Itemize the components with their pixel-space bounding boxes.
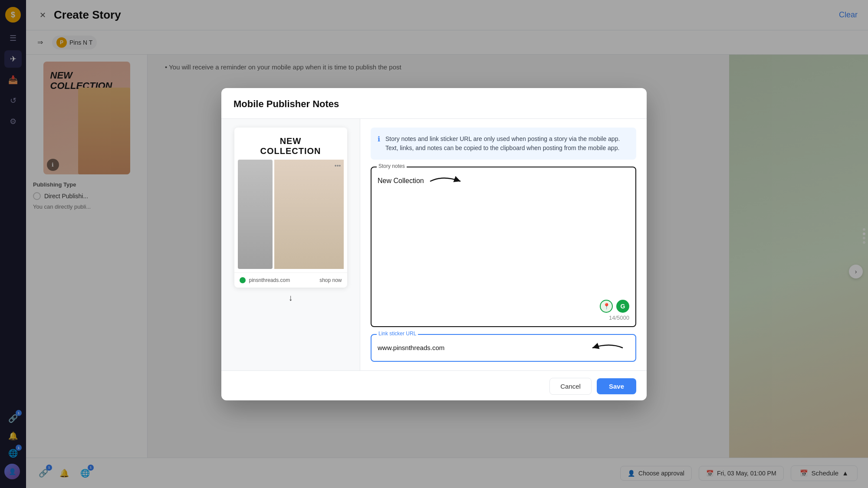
modal-story-footer: pinsnthreads.com shop now	[234, 272, 347, 288]
story-notes-area[interactable]: Story notes New Collection	[371, 167, 636, 327]
notes-toolbar: 📍 G	[378, 300, 629, 313]
info-box-icon: ℹ	[378, 135, 380, 143]
modal-footer-logo: pinsnthreads.com	[240, 277, 290, 283]
image-dots-menu[interactable]: •••	[335, 162, 341, 169]
modal-story-preview: NEW COLLECTION ••• pinsnthreads.co	[234, 128, 347, 288]
modal-story-title: NEW COLLECTION	[234, 128, 347, 160]
link-sticker-input[interactable]	[378, 344, 584, 351]
char-count: 14/5000	[378, 313, 629, 321]
link-sticker-arrow-annotation	[586, 340, 629, 356]
footer-logo-text: pinsnthreads.com	[249, 277, 290, 283]
modal-footer: Cancel Save	[221, 370, 647, 400]
link-sticker-label: Link sticker URL	[377, 331, 418, 337]
grammarly-icon: G	[621, 303, 625, 310]
modal-overlay[interactable]: Mobile Publisher Notes NEW COLLECTION ••…	[0, 0, 868, 488]
story-notes-label: Story notes	[377, 163, 407, 169]
cancel-button[interactable]: Cancel	[549, 378, 592, 395]
footer-logo-icon	[240, 277, 246, 283]
modal-left-panel: NEW COLLECTION ••• pinsnthreads.co	[221, 119, 360, 370]
modal-body: NEW COLLECTION ••• pinsnthreads.co	[221, 119, 647, 370]
info-box-text: Story notes and link sticker URL are onl…	[385, 134, 629, 153]
modal-footer-shop: shop now	[319, 277, 342, 283]
story-notes-arrow-annotation	[426, 173, 469, 190]
info-box: ℹ Story notes and link sticker URL are o…	[371, 128, 636, 160]
grammarly-button[interactable]: G	[616, 300, 629, 313]
save-button[interactable]: Save	[597, 378, 636, 394]
modal-image-left	[238, 160, 273, 269]
modal-title: Mobile Publisher Notes	[233, 98, 635, 110]
modal-down-arrow: ↓	[289, 288, 293, 308]
modal-dialog: Mobile Publisher Notes NEW COLLECTION ••…	[221, 88, 647, 400]
modal-story-images: •••	[234, 160, 347, 272]
modal-story-person	[274, 160, 344, 269]
modal-right-panel: ℹ Story notes and link sticker URL are o…	[360, 119, 647, 370]
link-sticker-area[interactable]: Link sticker URL	[371, 334, 636, 362]
story-notes-content: New Collection	[378, 173, 629, 296]
grammarly-location-button[interactable]: 📍	[600, 300, 613, 313]
modal-header: Mobile Publisher Notes	[221, 88, 647, 119]
modal-image-right: •••	[274, 160, 344, 269]
